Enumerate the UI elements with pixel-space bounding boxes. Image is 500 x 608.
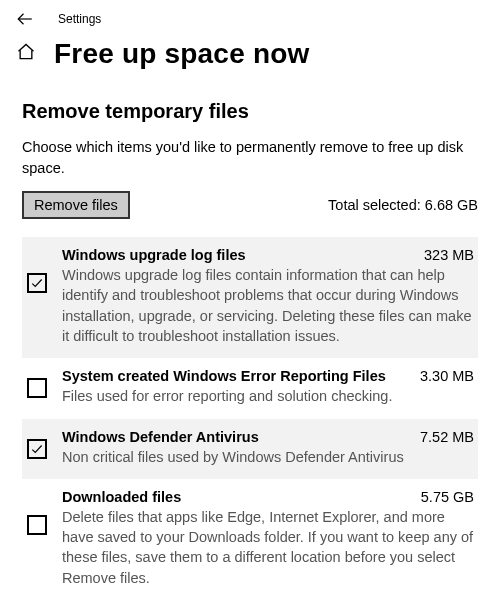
file-category-list: Windows upgrade log files 323 MB Windows…	[22, 237, 478, 600]
item-description: Non critical files used by Windows Defen…	[62, 447, 474, 467]
list-item: Windows Defender Antivirus 7.52 MB Non c…	[22, 419, 478, 479]
back-button[interactable]	[16, 10, 34, 28]
home-icon[interactable]	[16, 42, 36, 66]
item-size: 5.75 GB	[421, 489, 474, 505]
list-item: Downloaded files 5.75 GB Delete files th…	[22, 479, 478, 600]
item-title: Windows Defender Antivirus	[62, 429, 259, 445]
page-title: Free up space now	[54, 38, 309, 70]
total-selected: Total selected: 6.68 GB	[328, 197, 478, 213]
section-heading: Remove temporary files	[22, 100, 478, 123]
item-description: Delete files that apps like Edge, Intern…	[62, 507, 474, 588]
item-description: Windows upgrade log files contain inform…	[62, 265, 474, 346]
list-item: Windows upgrade log files 323 MB Windows…	[22, 237, 478, 358]
section-description: Choose which items you'd like to permane…	[22, 137, 478, 179]
item-size: 323 MB	[424, 247, 474, 263]
breadcrumb: Settings	[58, 12, 101, 26]
item-size: 3.30 MB	[420, 368, 474, 384]
checkbox-defender[interactable]	[27, 439, 47, 459]
item-size: 7.52 MB	[420, 429, 474, 445]
checkbox-error-reporting[interactable]	[27, 378, 47, 398]
item-title: Windows upgrade log files	[62, 247, 246, 263]
item-description: Files used for error reporting and solut…	[62, 386, 474, 406]
checkbox-downloads[interactable]	[27, 515, 47, 535]
remove-files-button[interactable]: Remove files	[22, 191, 130, 219]
list-item: System created Windows Error Reporting F…	[22, 358, 478, 418]
checkbox-upgrade-logs[interactable]	[27, 273, 47, 293]
item-title: System created Windows Error Reporting F…	[62, 368, 386, 384]
item-title: Downloaded files	[62, 489, 181, 505]
